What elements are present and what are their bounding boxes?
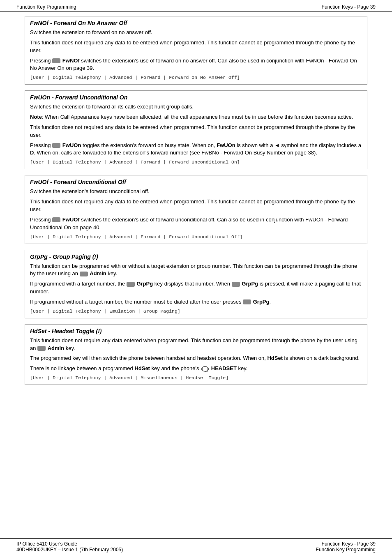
- phone-icon-6: [232, 282, 240, 287]
- footer-left-line2: 40DHB0002UKEY – Issue 1 (7th February 20…: [16, 547, 123, 553]
- fwnof-p3: Pressing FwNOf switches the extension's …: [30, 57, 362, 73]
- fwuon-p3: This function does not required any data…: [30, 124, 362, 139]
- hdset-p3: There is no linkage between a programmed…: [30, 365, 362, 373]
- grppg-code: [User | Digital Telephony | Emulation | …: [30, 309, 362, 314]
- grppg-p2: If programmed with a target number, the …: [30, 280, 362, 296]
- page-header: Function Key Programming Function Keys -…: [0, 0, 392, 12]
- section-fwuon-title: FwUOn - Forward Unconditional On: [30, 94, 362, 101]
- hdset-p2: The programmed key will then switch the …: [30, 355, 362, 362]
- headset-icon: [201, 366, 210, 372]
- section-fwuof: FwUOf - Forward Unconditional Off Switch…: [25, 175, 367, 244]
- fwuon-p1: Switches the extension to forward all it…: [30, 103, 362, 111]
- footer-left: IP Office 5410 User's Guide 40DHB0002UKE…: [16, 541, 123, 553]
- footer-right-line2: Function Key Programming: [316, 547, 376, 553]
- section-grppg: GrpPg - Group Paging (!) This function c…: [25, 250, 367, 318]
- section-hdset-title: HdSet - Headset Toggle (!): [30, 328, 362, 334]
- section-fwuof-title: FwUOf - Forward Unconditional Off: [30, 179, 362, 185]
- phone-icon: [52, 58, 60, 63]
- section-hdset: HdSet - Headset Toggle (!) This function…: [25, 324, 367, 385]
- footer-left-line1: IP Office 5410 User's Guide: [16, 541, 123, 547]
- fwuof-p3: Pressing FwUOf switches the extension's …: [30, 216, 362, 232]
- section-grppg-title: GrpPg - Group Paging (!): [30, 253, 362, 260]
- fwnof-code: [User | Digital Telephony | Advanced | F…: [30, 75, 362, 80]
- page: Function Key Programming Function Keys -…: [0, 0, 392, 555]
- phone-icon-2: [52, 143, 60, 148]
- section-fwnof: FwNOf - Forward On No Answer Off Switche…: [25, 16, 367, 85]
- header-left: Function Key Programming: [16, 4, 76, 10]
- hdset-code: [User | Digital Telephony | Advanced | M…: [30, 375, 362, 380]
- footer-right: Function Keys - Page 39 Function Key Pro…: [316, 541, 376, 553]
- phone-icon-5: [127, 282, 135, 287]
- header-right: Function Keys - Page 39: [322, 4, 376, 10]
- fwnof-p2: This function does not required any data…: [30, 39, 362, 55]
- phone-icon-8: [37, 346, 46, 351]
- svg-point-0: [202, 366, 208, 371]
- fwuon-p2: Note: When Call Appearance keys have bee…: [30, 113, 362, 121]
- section-fwnof-title: FwNOf - Forward On No Answer Off: [30, 20, 362, 26]
- fwuon-p4: Pressing FwUOn toggles the extension's f…: [30, 142, 362, 157]
- grppg-p3: If programmed without a target number, t…: [30, 298, 362, 306]
- phone-icon-7: [243, 299, 251, 304]
- footer-right-line1: Function Keys - Page 39: [316, 541, 376, 547]
- fwnof-p1: Switches the extension to forward on no …: [30, 29, 362, 37]
- svg-rect-1: [201, 368, 203, 370]
- page-footer: IP Office 5410 User's Guide 40DHB0002UKE…: [0, 538, 392, 555]
- fwuof-p2: This function does not required any data…: [30, 198, 362, 214]
- section-fwuon: FwUOn - Forward Unconditional On Switche…: [25, 90, 367, 169]
- grppg-p1: This function can be programmed with or …: [30, 263, 362, 278]
- hdset-p1: This function does not require any data …: [30, 337, 362, 352]
- phone-icon-3: [52, 217, 60, 222]
- fwuof-p1: Switches the extension's forward uncondi…: [30, 188, 362, 196]
- fwuon-code: [User | Digital Telephony | Advanced | F…: [30, 159, 362, 165]
- phone-icon-4: [80, 272, 88, 276]
- fwuof-code: [User | Digital Telephony | Advanced | F…: [30, 234, 362, 240]
- page-content: FwNOf - Forward On No Answer Off Switche…: [0, 12, 392, 538]
- svg-rect-2: [208, 368, 209, 370]
